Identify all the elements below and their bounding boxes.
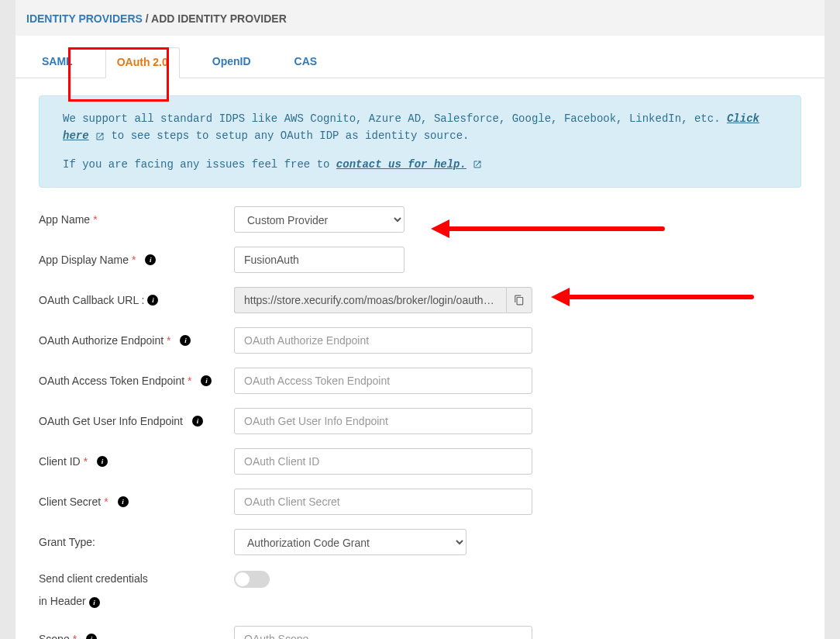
authorize-endpoint-input[interactable] bbox=[234, 327, 532, 354]
tab-cas[interactable]: CAS bbox=[284, 47, 329, 78]
info-icon: i bbox=[89, 597, 100, 608]
grant-type-select[interactable]: Authorization Code Grant bbox=[234, 529, 466, 555]
info-icon: i bbox=[145, 254, 156, 265]
info-icon: i bbox=[192, 416, 203, 427]
contact-link[interactable]: contact us for help. bbox=[336, 158, 466, 171]
send-header-toggle[interactable] bbox=[234, 571, 270, 588]
breadcrumb: IDENTITY PROVIDERS / ADD IDENTITY PROVID… bbox=[15, 0, 825, 36]
breadcrumb-link[interactable]: IDENTITY PROVIDERS bbox=[26, 12, 143, 25]
app-name-select[interactable]: Custom Provider bbox=[234, 206, 405, 233]
breadcrumb-current: ADD IDENTITY PROVIDER bbox=[151, 12, 287, 25]
info-icon: i bbox=[147, 295, 158, 306]
userinfo-endpoint-input[interactable] bbox=[234, 408, 532, 434]
callback-url-label: OAuth Callback URL :i bbox=[39, 294, 234, 306]
app-name-label: App Name* bbox=[39, 213, 234, 226]
external-link-icon bbox=[473, 160, 482, 169]
token-endpoint-label: OAuth Access Token Endpoint* i bbox=[39, 375, 234, 387]
client-secret-input[interactable] bbox=[234, 489, 532, 515]
client-id-input[interactable] bbox=[234, 448, 532, 475]
info-icon: i bbox=[180, 335, 191, 346]
scope-label: Scope* i bbox=[39, 633, 234, 639]
callback-url-field: https://store.xecurify.com/moas/broker/l… bbox=[234, 287, 506, 313]
info-box: We support all standard IDPS like AWS Co… bbox=[39, 95, 801, 188]
client-id-label: Client ID* i bbox=[39, 455, 234, 468]
tab-openid[interactable]: OpenID bbox=[201, 47, 262, 78]
grant-type-label: Grant Type: bbox=[39, 536, 234, 548]
copy-icon bbox=[514, 295, 525, 306]
info-icon: i bbox=[86, 634, 97, 639]
app-display-name-input[interactable] bbox=[234, 247, 405, 273]
authorize-endpoint-label: OAuth Authorize Endpoint* i bbox=[39, 334, 234, 347]
tabs: SAML OAuth 2.0 OpenID CAS bbox=[15, 36, 825, 78]
copy-callback-button[interactable] bbox=[506, 287, 532, 313]
external-link-icon bbox=[95, 132, 105, 141]
tab-saml[interactable]: SAML bbox=[31, 47, 84, 78]
tab-oauth[interactable]: OAuth 2.0 bbox=[105, 47, 180, 78]
token-endpoint-input[interactable] bbox=[234, 368, 532, 394]
send-header-label: Send client credentials in Header i bbox=[39, 569, 234, 611]
info-icon: i bbox=[118, 496, 129, 507]
app-display-name-label: App Display Name* i bbox=[39, 254, 234, 266]
scope-input[interactable] bbox=[234, 626, 532, 639]
info-icon: i bbox=[201, 375, 212, 386]
client-secret-label: Client Secret* i bbox=[39, 496, 234, 508]
userinfo-endpoint-label: OAuth Get User Info Endpoint i bbox=[39, 415, 234, 427]
info-icon: i bbox=[97, 456, 108, 467]
